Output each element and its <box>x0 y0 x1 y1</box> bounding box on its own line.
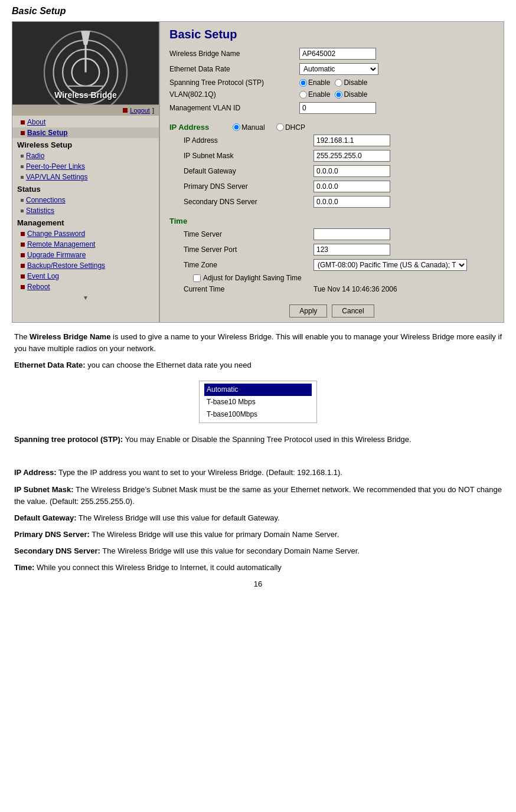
time-server-label: Time Server <box>184 230 313 238</box>
subnet-label: IP Subnet Mask <box>184 152 313 160</box>
gateway-input[interactable] <box>313 165 390 177</box>
ip-manual-text: Manual <box>241 123 264 132</box>
bullet-icon <box>21 120 25 125</box>
ip-dhcp-radio[interactable] <box>276 123 284 131</box>
sidebar-item-label: VAP/VLAN Settings <box>26 173 88 181</box>
bullet-icon <box>21 264 25 268</box>
bridge-name-control <box>299 48 494 60</box>
secondary-dns-bold: Secondary DNS Server: <box>14 546 100 555</box>
sidebar-item-reboot[interactable]: Reboot <box>12 281 159 292</box>
sidebar-item-backup-restore[interactable]: Backup/Restore Settings <box>12 260 159 271</box>
stp-disable-radio[interactable] <box>335 79 342 87</box>
bridge-name-input[interactable] <box>299 48 376 60</box>
nav-section: About Basic Setup Wireless Setup Radio P… <box>12 116 159 293</box>
scroll-indicator: ▼ <box>12 293 159 302</box>
logout-icon <box>123 108 128 113</box>
vlan-disable-radio[interactable] <box>335 91 342 99</box>
sidebar-section-status: Status <box>12 182 159 195</box>
bridge-name-label: Wireless Bridge Name <box>169 50 299 58</box>
bullet-sm-icon <box>21 165 24 168</box>
primary-dns-label: Primary DNS Server <box>184 182 313 191</box>
sidebar-item-upgrade-firmware[interactable]: Upgrade Firmware <box>12 250 159 260</box>
subnet-control <box>313 150 494 162</box>
sidebar-section-management: Management <box>12 216 159 228</box>
bullet-icon <box>21 131 25 135</box>
secondary-dns-input[interactable] <box>313 196 390 208</box>
subnet-bold: IP Subnet Mask: <box>14 485 74 494</box>
vlan-id-input[interactable] <box>299 102 376 114</box>
sidebar-item-label: Statistics <box>26 207 54 215</box>
subnet-input[interactable] <box>313 150 390 162</box>
dd-item-auto: Automatic <box>204 384 312 396</box>
time-port-input[interactable] <box>313 244 390 256</box>
vlan-enable-label[interactable]: Enable <box>299 90 330 99</box>
form-row-gateway: Default Gateway <box>184 163 494 179</box>
sidebar-item-label: Basic Setup <box>27 129 68 137</box>
page-number: 16 <box>12 579 504 588</box>
sidebar-item-label: Remote Management <box>27 240 95 248</box>
stp-enable-radio[interactable] <box>299 79 307 87</box>
eth-rate-bold: Ethernet Data Rate: <box>14 361 86 369</box>
sidebar-item-basic-setup[interactable]: Basic Setup <box>12 127 159 138</box>
sidebar-item-change-password[interactable]: Change Password <box>12 228 159 239</box>
time-server-input[interactable] <box>313 228 390 240</box>
stp-bold: Spanning tree protocol (STP): <box>14 435 123 444</box>
wbn-bold: Wireless Bridge Name <box>30 332 110 341</box>
ip-label: IP Address <box>184 136 313 145</box>
apply-button[interactable]: Apply <box>289 304 327 317</box>
stp-enable-label[interactable]: Enable <box>299 78 330 87</box>
eth-rate-select[interactable]: Automatic T-base10 Mbps T-base100Mbps <box>299 63 378 75</box>
logout-bar: Logout ] <box>12 104 159 116</box>
form-row-ip: IP Address <box>184 133 494 148</box>
button-row: Apply Cancel <box>160 299 504 322</box>
sidebar-item-vap[interactable]: VAP/VLAN Settings <box>12 172 159 182</box>
logout-label[interactable]: Logout <box>130 107 150 114</box>
page-title: Basic Setup <box>12 6 504 17</box>
primary-dns-input[interactable] <box>313 181 390 192</box>
time-section-title: Time <box>169 217 187 225</box>
sidebar-item-label: Backup/Restore Settings <box>27 261 105 270</box>
ip-mode-group: Manual DHCP <box>233 123 305 132</box>
form-row-timezone: Time Zone (GMT-08:00) Pacific Time (US &… <box>184 257 494 273</box>
ip-manual-label[interactable]: Manual <box>233 123 264 132</box>
form-row-primary-dns: Primary DNS Server <box>184 179 494 194</box>
time-paragraph: Time: While you connect this Wireless Br… <box>14 562 502 574</box>
cancel-button[interactable]: Cancel <box>332 304 374 317</box>
content-panel: Basic Setup Wireless Bridge Name Etherne… <box>159 21 504 323</box>
daylight-saving-checkbox[interactable] <box>193 274 201 282</box>
subnet-paragraph: IP Subnet Mask: The Wireless Bridge’s Su… <box>14 484 502 508</box>
vlan-disable-label[interactable]: Disable <box>335 90 367 99</box>
stp-radio-group: Enable Disable <box>299 78 494 87</box>
ip-input[interactable] <box>313 135 390 146</box>
form-row-subnet: IP Subnet Mask <box>184 148 494 163</box>
ip-dhcp-label[interactable]: DHCP <box>276 123 305 132</box>
form-row-stp: Spanning Tree Protocol (STP) Enable Disa… <box>169 77 494 89</box>
sidebar-item-radio[interactable]: Radio <box>12 150 159 161</box>
form-row-eth-rate: Ethernet Data Rate Automatic T-base10 Mb… <box>169 61 494 77</box>
vlan-label: VLAN(802.1Q) <box>169 90 299 99</box>
daylight-saving-row: Adjust for Daylight Saving Time <box>184 274 504 282</box>
vlan-enable-text: Enable <box>308 90 330 99</box>
sidebar-item-about[interactable]: About <box>12 117 159 127</box>
sidebar: Wireless Bridge Logout ] About Basic Set… <box>12 21 159 323</box>
sidebar-item-connections[interactable]: Connections <box>12 195 159 205</box>
time-bold: Time: <box>14 563 34 572</box>
timezone-select[interactable]: (GMT-08:00) Pacific Time (US & Canada); … <box>313 259 467 271</box>
sidebar-item-remote-mgmt[interactable]: Remote Management <box>12 239 159 250</box>
svg-marker-5 <box>81 31 90 45</box>
stp-disable-label[interactable]: Disable <box>335 78 367 87</box>
vlan-enable-radio[interactable] <box>299 91 307 99</box>
logo-text: Wireless Bridge <box>12 90 159 100</box>
sidebar-section-wireless: Wireless Setup <box>12 138 159 150</box>
primary-dns-control <box>313 181 494 192</box>
secondary-dns-control <box>313 196 494 208</box>
ip-manual-radio[interactable] <box>233 123 240 131</box>
sidebar-item-label: About <box>27 118 45 126</box>
form-row-time-server: Time Server <box>184 227 494 242</box>
sidebar-item-event-log[interactable]: Event Log <box>12 271 159 281</box>
sidebar-item-p2p[interactable]: Peer-to-Peer Links <box>12 161 159 172</box>
ip-dhcp-text: DHCP <box>285 123 305 132</box>
stp-label: Spanning Tree Protocol (STP) <box>169 78 299 87</box>
vlan-disable-text: Disable <box>344 90 367 99</box>
sidebar-item-statistics[interactable]: Statistics <box>12 205 159 216</box>
